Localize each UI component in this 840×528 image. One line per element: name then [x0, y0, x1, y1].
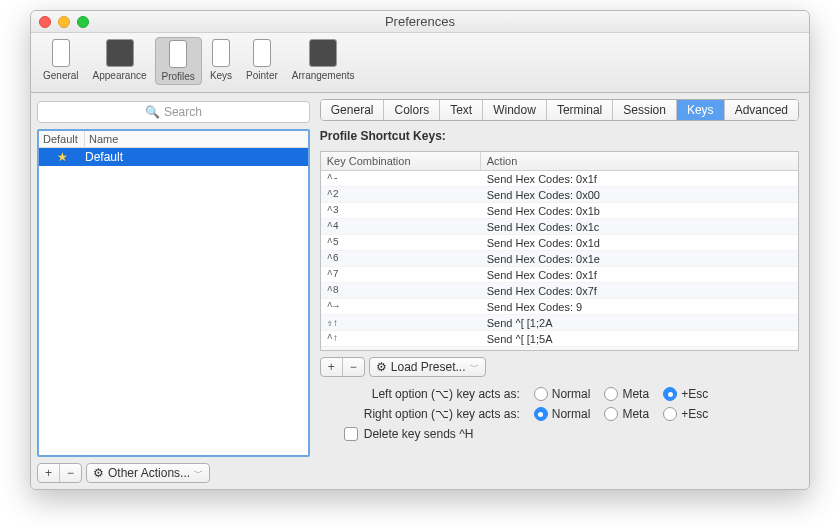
load-preset-dropdown[interactable]: ⚙ Load Preset... ﹀	[369, 357, 486, 377]
table-row[interactable]: ^8Send Hex Codes: 0x7f	[321, 283, 798, 299]
table-row[interactable]: ^7Send Hex Codes: 0x1f	[321, 267, 798, 283]
table-row[interactable]: ^5Send Hex Codes: 0x1d	[321, 235, 798, 251]
table-row[interactable]: ^2Send Hex Codes: 0x00	[321, 187, 798, 203]
radio-dot-icon	[534, 387, 548, 401]
gear-icon: ⚙	[376, 360, 387, 374]
profile-list[interactable]: Default Name ★ Default	[37, 129, 310, 457]
cell-action: Send Hex Codes: 0x1c	[481, 221, 798, 233]
radio-label: Normal	[552, 387, 591, 401]
profile-name: Default	[85, 150, 123, 164]
tab-colors[interactable]: Colors	[384, 100, 440, 120]
cell-action: Send Hex Codes: 0x1e	[481, 253, 798, 265]
cell-action: Send Hex Codes: 9	[481, 301, 798, 313]
table-row[interactable]: ^3Send Hex Codes: 0x1b	[321, 203, 798, 219]
cell-combo: ^7	[321, 269, 481, 280]
radio-plus-esc[interactable]: +Esc	[663, 387, 708, 401]
table-row[interactable]: ^4Send Hex Codes: 0x1c	[321, 219, 798, 235]
cell-combo: ^⇧↑	[321, 349, 481, 352]
radio-plus-esc[interactable]: +Esc	[663, 407, 708, 421]
option-key-settings: Left option (⌥) key acts as: NormalMeta+…	[320, 383, 799, 441]
table-row[interactable]: ^↑Send ^[ [1;5A	[321, 331, 798, 347]
star-icon: ★	[39, 150, 85, 164]
preferences-window: Preferences General Appearance Profiles …	[30, 10, 810, 490]
profile-header-default[interactable]: Default	[39, 131, 85, 147]
profile-header-name[interactable]: Name	[85, 131, 308, 147]
radio-meta[interactable]: Meta	[604, 387, 649, 401]
tab-session[interactable]: Session	[613, 100, 677, 120]
radio-dot-icon	[604, 387, 618, 401]
add-profile-button[interactable]: +	[38, 464, 60, 482]
search-input[interactable]: 🔍 Search	[37, 101, 310, 123]
shortcut-table[interactable]: Key Combination Action ^-Send Hex Codes:…	[320, 151, 799, 351]
radio-normal[interactable]: Normal	[534, 407, 591, 421]
keys-icon	[212, 39, 230, 67]
chevron-down-icon: ﹀	[470, 361, 479, 374]
radio-label: +Esc	[681, 407, 708, 421]
add-shortcut-button[interactable]: +	[321, 358, 343, 376]
pointer-icon	[253, 39, 271, 67]
general-icon	[52, 39, 70, 67]
cell-combo: ^5	[321, 237, 481, 248]
table-row[interactable]: ⇧↑Send ^[ [1;2A	[321, 315, 798, 331]
toolbar-appearance[interactable]: Appearance	[87, 37, 153, 83]
search-icon: 🔍	[145, 105, 160, 119]
toolbar-arrangements[interactable]: Arrangements	[286, 37, 361, 83]
cell-combo: ^8	[321, 285, 481, 296]
left-option-label: Left option (⌥) key acts as:	[320, 387, 520, 401]
table-row[interactable]: ^→Send Hex Codes: 9	[321, 299, 798, 315]
appearance-icon	[106, 39, 134, 67]
cell-action: Send Hex Codes: 0x7f	[481, 285, 798, 297]
cell-action: Send ^[ [1;6A	[481, 349, 798, 352]
th-action[interactable]: Action	[481, 152, 798, 170]
gear-icon: ⚙	[93, 466, 104, 480]
profile-tabs: General Colors Text Window Terminal Sess…	[320, 99, 799, 121]
radio-dot-icon	[663, 387, 677, 401]
cell-action: Send ^[ [1;5A	[481, 333, 798, 345]
toolbar-keys[interactable]: Keys	[204, 37, 238, 83]
table-row[interactable]: ^⇧↑Send ^[ [1;6A	[321, 347, 798, 351]
cell-combo: ⇧↑	[321, 317, 481, 329]
tab-advanced[interactable]: Advanced	[725, 100, 798, 120]
radio-dot-icon	[604, 407, 618, 421]
radio-label: Normal	[552, 407, 591, 421]
table-row[interactable]: ^-Send Hex Codes: 0x1f	[321, 171, 798, 187]
right-option-label: Right option (⌥) key acts as:	[320, 407, 520, 421]
cell-action: Send Hex Codes: 0x1b	[481, 205, 798, 217]
remove-shortcut-button[interactable]: −	[343, 358, 364, 376]
tab-text[interactable]: Text	[440, 100, 483, 120]
remove-profile-button[interactable]: −	[60, 464, 81, 482]
cell-combo: ^6	[321, 253, 481, 264]
cell-combo: ^-	[321, 173, 481, 184]
toolbar-profiles[interactable]: Profiles	[155, 37, 202, 85]
section-title: Profile Shortcut Keys:	[320, 127, 799, 145]
radio-dot-icon	[663, 407, 677, 421]
cell-combo: ^4	[321, 221, 481, 232]
radio-normal[interactable]: Normal	[534, 387, 591, 401]
toolbar-pointer[interactable]: Pointer	[240, 37, 284, 83]
delete-sends-checkbox[interactable]	[344, 427, 358, 441]
titlebar[interactable]: Preferences	[31, 11, 809, 33]
tab-keys[interactable]: Keys	[677, 100, 725, 120]
cell-combo: ^↑	[321, 333, 481, 344]
table-row[interactable]: ^6Send Hex Codes: 0x1e	[321, 251, 798, 267]
toolbar: General Appearance Profiles Keys Pointer…	[31, 33, 809, 93]
profile-row[interactable]: ★ Default	[39, 148, 308, 166]
cell-action: Send Hex Codes: 0x1f	[481, 173, 798, 185]
radio-dot-icon	[534, 407, 548, 421]
tab-window[interactable]: Window	[483, 100, 547, 120]
th-key-combination[interactable]: Key Combination	[321, 152, 481, 170]
radio-label: Meta	[622, 387, 649, 401]
tab-general[interactable]: General	[321, 100, 385, 120]
delete-sends-label: Delete key sends ^H	[364, 427, 474, 441]
profiles-icon	[169, 40, 187, 68]
other-actions-dropdown[interactable]: ⚙ Other Actions... ﹀	[86, 463, 210, 483]
cell-combo: ^→	[321, 301, 481, 312]
chevron-down-icon: ﹀	[194, 467, 203, 480]
toolbar-general[interactable]: General	[37, 37, 85, 83]
arrangements-icon	[309, 39, 337, 67]
cell-action: Send Hex Codes: 0x1f	[481, 269, 798, 281]
radio-label: +Esc	[681, 387, 708, 401]
cell-action: Send Hex Codes: 0x00	[481, 189, 798, 201]
radio-meta[interactable]: Meta	[604, 407, 649, 421]
tab-terminal[interactable]: Terminal	[547, 100, 613, 120]
